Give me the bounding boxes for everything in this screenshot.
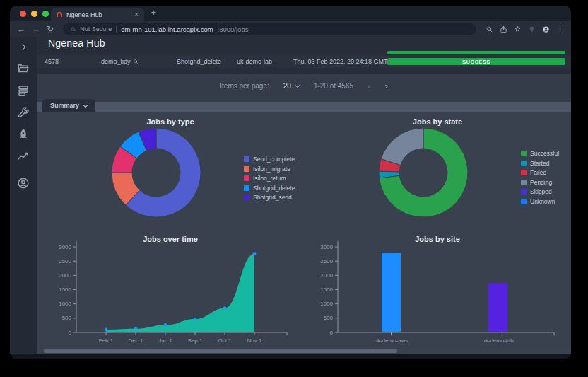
tab-summary[interactable]: Summary	[42, 99, 95, 112]
menu-icon[interactable]	[556, 25, 564, 33]
y-tick-label: 1000	[59, 301, 71, 307]
job-date: Thu, 03 Feb 2022, 20:24:18 GMT	[293, 58, 388, 65]
job-type: Shotgrid_delete	[177, 58, 221, 65]
share-icon[interactable]	[500, 25, 507, 33]
x-tick-label: Sep 1	[188, 337, 203, 344]
job-id: 4578	[45, 58, 59, 65]
paginator: Items per page: 20 1-20 of 4565 ‹ ›	[37, 74, 571, 98]
legend-swatch	[244, 195, 249, 200]
rocket-icon[interactable]	[17, 128, 30, 141]
page-title: Ngenea Hub	[48, 37, 105, 49]
browser-tab-strip: Ngenea Hub × +	[10, 6, 571, 21]
legend-label: Isilon_return	[253, 175, 286, 182]
area-chart: 050010001500200025003000Feb 1Dec 1Jan 1S…	[37, 229, 304, 348]
browser-tab[interactable]: Ngenea Hub ×	[51, 8, 144, 21]
legend-label: Successful	[530, 150, 559, 157]
legend-swatch	[521, 180, 527, 185]
legend-swatch	[521, 161, 527, 166]
legend-swatch	[244, 156, 249, 162]
legend-label: Started	[530, 160, 549, 167]
extension-pin-icon[interactable]	[528, 25, 536, 33]
legend-item-Isilon_migrate[interactable]: Isilon_migrate	[244, 166, 295, 173]
y-tick-label: 500	[62, 315, 72, 321]
browser-toolbar-icons	[486, 25, 564, 33]
legend-item-Successful[interactable]: Successful	[521, 150, 559, 157]
zoom-icon[interactable]	[486, 25, 493, 33]
data-point-Oct 1	[223, 306, 227, 310]
legend-label: Shotgrid_delete	[253, 185, 295, 192]
x-tick-label: Feb 1	[99, 337, 114, 344]
chart-legend: SuccessfulStartedFailedPendingSkippedUnk…	[521, 150, 559, 205]
search-icon[interactable]	[133, 59, 139, 64]
app-header: Ngenea Hub	[37, 37, 571, 50]
traffic-lights	[20, 11, 49, 17]
y-tick-label: 2000	[59, 272, 71, 279]
y-tick-label: 2500	[320, 258, 333, 265]
scrollbar-thumb[interactable]	[44, 349, 397, 353]
legend-item-Send_complete[interactable]: Send_complete	[244, 156, 295, 163]
y-tick-label: 3000	[59, 244, 71, 250]
profile-icon[interactable]	[542, 25, 550, 33]
x-tick-label: Dec 1	[129, 337, 143, 344]
reload-icon[interactable]: ↻	[47, 25, 54, 33]
zoom-window-button[interactable]	[42, 11, 49, 17]
url-path: :8000/jobs	[218, 25, 249, 33]
legend-item-Failed[interactable]: Failed	[521, 169, 559, 176]
charts-grid: Jobs by typeSend_completeIsilon_migrateI…	[37, 112, 571, 348]
sidebar	[10, 37, 37, 354]
address-bar[interactable]: ⚠ Not Secure dm-mn-101.lab.int.arcapix.c…	[63, 23, 476, 35]
browser-window: Ngenea Hub × + ← → ↻ ⚠ Not Secure dm-mn-…	[10, 6, 571, 359]
legend-item-Pending[interactable]: Pending	[521, 179, 559, 186]
job-name-text: demo_tidy	[101, 58, 131, 65]
legend-item-Shotgrid_delete[interactable]: Shotgrid_delete	[244, 185, 295, 192]
chart-jobs-by-state: Jobs by stateSuccessfulStartedFailedPend…	[304, 112, 571, 229]
new-tab-button[interactable]: +	[151, 8, 156, 17]
y-tick-label: 0	[69, 330, 72, 336]
legend-label: Send_complete	[253, 156, 295, 163]
job-row-partial[interactable]	[37, 50, 571, 55]
legend-item-Started[interactable]: Started	[521, 160, 559, 167]
back-icon[interactable]: ←	[17, 25, 25, 33]
folder-icon[interactable]	[17, 62, 30, 75]
url-host: dm-mn-101.lab.int.arcapix.com	[121, 25, 213, 33]
summary-tab-bar: Summary	[37, 98, 571, 112]
legend-item-Isilon_return[interactable]: Isilon_return	[244, 175, 295, 182]
browser-navbar: ← → ↻ ⚠ Not Secure dm-mn-101.lab.int.arc…	[10, 21, 571, 37]
legend-swatch	[244, 166, 249, 172]
legend-label: Skipped	[530, 188, 552, 195]
y-tick-label: 2000	[320, 272, 333, 279]
forward-icon[interactable]: →	[32, 25, 40, 33]
data-point-Feb 1	[105, 328, 108, 332]
next-page-button[interactable]: ›	[384, 81, 387, 91]
page-size-select[interactable]: 20	[283, 82, 300, 90]
donut-chart	[374, 123, 473, 222]
close-window-button[interactable]	[20, 11, 26, 17]
x-tick-label: Nov 1	[247, 337, 262, 344]
job-name: demo_tidy	[101, 58, 139, 65]
account-icon[interactable]	[17, 177, 30, 190]
legend-item-Unknown[interactable]: Unknown	[521, 198, 559, 205]
expand-icon[interactable]	[19, 42, 28, 52]
chart-icon[interactable]	[17, 150, 30, 163]
row-gap	[37, 68, 571, 74]
chart-jobs-by-type: Jobs by typeSend_completeIsilon_migrateI…	[37, 112, 304, 229]
bookmark-icon[interactable]	[514, 25, 522, 33]
legend-label: Failed	[530, 169, 546, 176]
wrench-icon[interactable]	[17, 106, 30, 119]
chart-legend: Send_completeIsilon_migrateIsilon_return…	[244, 156, 295, 201]
y-tick-label: 1500	[59, 286, 71, 293]
horizontal-scrollbar[interactable]	[37, 348, 571, 354]
x-tick-label: uk-demo-lab	[482, 337, 514, 344]
tab-close-icon[interactable]: ×	[134, 11, 139, 18]
previous-page-button[interactable]: ‹	[368, 81, 370, 91]
legend-label: Unknown	[530, 198, 555, 205]
y-tick-label: 500	[324, 315, 334, 321]
minimize-window-button[interactable]	[31, 11, 37, 17]
site-favicon	[57, 12, 62, 17]
legend-label: Pending	[530, 179, 552, 186]
y-tick-label: 2500	[59, 258, 71, 265]
legend-item-Shotgrid_send[interactable]: Shotgrid_send	[244, 194, 295, 201]
storage-icon[interactable]	[17, 84, 30, 97]
table-row[interactable]: 4578 demo_tidy Shotgrid_delete uk-demo-l…	[37, 55, 571, 68]
legend-item-Skipped[interactable]: Skipped	[521, 188, 559, 195]
